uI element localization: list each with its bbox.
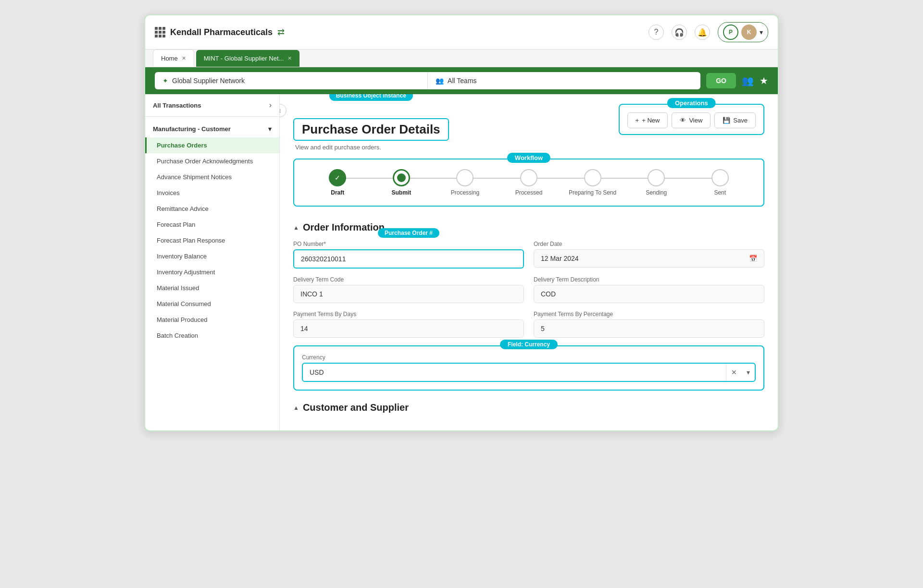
delivery-term-code-input[interactable]: [293, 285, 524, 303]
tab-supplier-net[interactable]: MINT - Global Supplier Net... ✕: [196, 50, 300, 67]
people-nav-icon[interactable]: 👥: [742, 75, 754, 86]
payment-terms-pct-input[interactable]: [534, 319, 764, 338]
sidebar-item-material-issued[interactable]: Material Issued: [145, 280, 279, 296]
currency-clear-button[interactable]: ✕: [726, 368, 742, 376]
sidebar-item-purchase-orders[interactable]: Purchase Orders: [145, 137, 279, 153]
currency-section-wrapper: Field: Currency Currency USD ✕ ▾: [293, 345, 764, 391]
step-circle-sent: [711, 169, 729, 186]
customer-supplier-collapse-icon[interactable]: ▲: [293, 404, 299, 411]
step-label-sent: Sent: [714, 189, 726, 196]
sidebar-group-manufacturing[interactable]: Manufacturing - Customer ▾: [145, 121, 279, 137]
order-date-value: 12 Mar 2024: [541, 255, 579, 262]
payment-terms-row: Payment Terms By Days Payment Terms By P…: [293, 311, 764, 338]
star-nav-icon[interactable]: ★: [760, 75, 768, 86]
sidebar-item-label: Inventory Balance: [157, 253, 207, 260]
payment-terms-days-input[interactable]: [293, 319, 524, 338]
chevron-down-icon: ▾: [760, 28, 763, 36]
tab-bar: Home ✕ MINT - Global Supplier Net... ✕: [145, 49, 778, 67]
sidebar-item-advance-shipment[interactable]: Advance Shipment Notices: [145, 169, 279, 185]
order-date-input[interactable]: 12 Mar 2024 📅: [534, 249, 764, 268]
currency-chevron-icon[interactable]: ▾: [742, 368, 755, 376]
section-header: ▲ Order Information: [293, 222, 764, 233]
sidebar-item-po-acknowledgments[interactable]: Purchase Order Acknowledgments: [145, 153, 279, 169]
tab-supplier-close[interactable]: ✕: [287, 55, 292, 61]
save-icon: 💾: [723, 117, 730, 124]
sidebar-item-remittance[interactable]: Remittance Advice: [145, 201, 279, 217]
step-label-processed: Processed: [515, 189, 543, 196]
sidebar-group-chevron: ▾: [268, 125, 272, 133]
sidebar-item-inventory-adjustment[interactable]: Inventory Adjustment: [145, 264, 279, 280]
currency-badge: Field: Currency: [500, 340, 558, 349]
go-button[interactable]: GO: [706, 73, 736, 88]
view-button[interactable]: 👁 View: [672, 112, 711, 128]
search-left[interactable]: ✦ Global Supplier Network: [155, 73, 427, 88]
customer-supplier-header: ▲ Customer and Supplier: [293, 402, 764, 413]
sidebar-item-label: Material Produced: [157, 316, 208, 323]
sidebar-item-label: Purchase Orders: [157, 142, 207, 149]
sidebar-item-batch-creation[interactable]: Batch Creation: [145, 328, 279, 343]
payment-terms-days-label: Payment Terms By Days: [293, 311, 524, 318]
business-obj-badge: Business Object Instance: [329, 94, 413, 101]
bell-button[interactable]: 🔔: [695, 24, 710, 40]
operations-buttons: + + New 👁 View 💾 Save: [627, 112, 756, 128]
step-circle-draft: ✓: [329, 169, 346, 186]
delivery-term-desc-field: Delivery Term Description: [534, 276, 764, 303]
sidebar-item-invoices[interactable]: Invoices: [145, 185, 279, 201]
payment-terms-pct-field: Payment Terms By Percentage: [534, 311, 764, 338]
step-label-submit: Submit: [392, 189, 412, 196]
tab-home[interactable]: Home ✕: [153, 49, 194, 67]
currency-actions: ✕ ▾: [726, 368, 755, 376]
workflow-step-preparing: Preparing To Send: [561, 169, 624, 196]
page-subtitle: View and edit purchase orders.: [293, 144, 449, 151]
new-button[interactable]: + + New: [627, 112, 668, 128]
sidebar-item-material-produced[interactable]: Material Produced: [145, 312, 279, 328]
sidebar-collapse-button[interactable]: ‹: [280, 104, 287, 117]
operations-label: Operations: [667, 98, 716, 108]
step-circle-submit: [393, 169, 410, 186]
currency-select[interactable]: USD ✕ ▾: [302, 363, 756, 382]
sidebar-item-forecast-plan[interactable]: Forecast Plan: [145, 217, 279, 233]
top-bar-right: ? 🎧 🔔 P K ▾: [649, 22, 768, 42]
user-dropdown[interactable]: P K ▾: [718, 22, 768, 42]
sidebar-item-label: Advance Shipment Notices: [157, 173, 232, 181]
workflow-section: Workflow ✓ Draft Submit: [293, 159, 764, 207]
sidebar-group-label: Manufacturing - Customer: [153, 125, 231, 133]
sidebar-item-label: Purchase Order Acknowledgments: [157, 158, 253, 165]
grid-icon[interactable]: [155, 27, 165, 37]
po-number-input[interactable]: [293, 249, 524, 269]
payment-terms-pct-label: Payment Terms By Percentage: [534, 311, 764, 318]
all-transactions-label: All Transactions: [153, 102, 201, 109]
delivery-term-row: Delivery Term Code Delivery Term Descrip…: [293, 276, 764, 303]
search-right[interactable]: 👥 All Teams: [428, 73, 700, 88]
save-button[interactable]: 💾 Save: [714, 112, 756, 128]
search-area: ✦ Global Supplier Network 👥 All Teams: [155, 72, 700, 89]
tab-supplier-net-label: MINT - Global Supplier Net...: [204, 55, 284, 62]
check-icon: ✓: [335, 174, 340, 182]
eye-icon: 👁: [680, 117, 686, 124]
tab-home-close[interactable]: ✕: [182, 55, 186, 61]
sidebar-expand-icon[interactable]: ›: [269, 101, 272, 110]
page-title-section: Business Object Instance Purchase Order …: [293, 104, 449, 151]
workflow-badge: Workflow: [507, 153, 550, 163]
content-area: ‹ Business Object Instance Purchase Orde…: [280, 94, 778, 430]
plus-icon: +: [636, 117, 639, 124]
people-icon: 👥: [436, 77, 444, 85]
section-collapse-icon[interactable]: ▲: [293, 224, 299, 231]
workflow-step-submit: Submit: [370, 169, 434, 196]
help-button[interactable]: ?: [649, 24, 664, 40]
bell-icon: 🔔: [698, 28, 707, 37]
workflow-steps: ✓ Draft Submit Processing: [306, 169, 752, 196]
headset-button[interactable]: 🎧: [672, 24, 687, 40]
nav-bar: ✦ Global Supplier Network 👥 All Teams GO…: [145, 67, 778, 94]
search-text: Global Supplier Network: [172, 77, 245, 85]
top-bar-left: Kendall Pharmaceuticals ⇄: [155, 27, 285, 37]
sidebar-item-label: Inventory Adjustment: [157, 269, 215, 276]
step-circle-processed: [520, 169, 537, 186]
currency-field: Currency USD ✕ ▾: [302, 354, 756, 382]
po-number-field: Purchase Order # PO Number*: [293, 241, 524, 269]
sidebar-item-inventory-balance[interactable]: Inventory Balance: [145, 248, 279, 264]
sidebar-item-forecast-plan-response[interactable]: Forecast Plan Response: [145, 233, 279, 248]
question-icon: ?: [654, 28, 659, 37]
delivery-term-desc-input[interactable]: [534, 285, 764, 303]
sidebar-item-material-consumed[interactable]: Material Consumed: [145, 296, 279, 312]
